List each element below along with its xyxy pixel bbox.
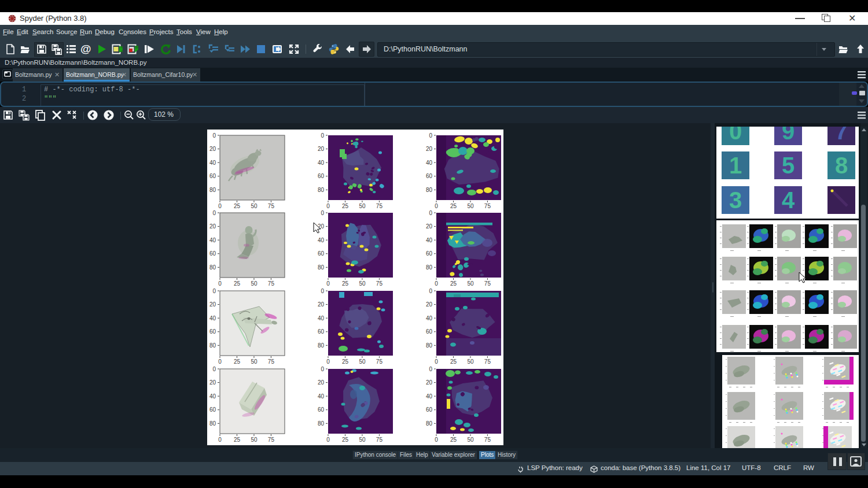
svg-text:7: 7 [835, 127, 848, 144]
svg-text:40: 40 [426, 393, 433, 400]
svg-text:60: 60 [318, 173, 325, 179]
svg-text:25: 25 [234, 358, 241, 365]
svg-text:40: 40 [209, 393, 216, 400]
svg-text:0: 0 [218, 437, 222, 443]
svg-text:0: 0 [435, 203, 438, 209]
svg-text:50: 50 [251, 437, 258, 443]
svg-text:80: 80 [318, 342, 325, 349]
svg-text:0: 0 [321, 132, 324, 139]
svg-text:0: 0 [212, 366, 216, 372]
svg-text:0: 0 [435, 358, 438, 365]
svg-text:75: 75 [268, 203, 275, 209]
svg-text:80: 80 [318, 187, 325, 193]
svg-text:60: 60 [318, 250, 325, 257]
svg-text:0: 0 [212, 288, 216, 294]
svg-text:3: 3 [729, 187, 742, 213]
svg-text:40: 40 [318, 393, 325, 400]
svg-text:75: 75 [376, 203, 383, 209]
svg-text:50: 50 [359, 203, 366, 209]
svg-text:20: 20 [426, 223, 433, 230]
svg-text:20: 20 [426, 146, 433, 152]
svg-text:50: 50 [251, 203, 258, 209]
svg-text:20: 20 [426, 301, 433, 308]
svg-text:50: 50 [359, 280, 366, 287]
svg-text:50: 50 [467, 437, 474, 443]
svg-text:40: 40 [426, 237, 433, 243]
svg-text:80: 80 [209, 420, 216, 427]
svg-text:60: 60 [426, 250, 433, 257]
svg-text:50: 50 [467, 203, 474, 209]
svg-text:50: 50 [251, 358, 258, 365]
svg-text:25: 25 [342, 358, 349, 365]
svg-text:0: 0 [321, 366, 324, 372]
svg-text:50: 50 [251, 280, 258, 287]
svg-text:0: 0 [321, 288, 324, 294]
svg-text:0: 0 [212, 132, 216, 139]
svg-text:20: 20 [209, 223, 216, 230]
svg-text:75: 75 [484, 203, 491, 209]
svg-text:25: 25 [450, 358, 457, 365]
svg-text:75: 75 [268, 280, 275, 287]
svg-text:80: 80 [318, 420, 325, 427]
svg-text:0: 0 [435, 280, 438, 287]
svg-text:0: 0 [429, 210, 432, 216]
svg-text:0: 0 [429, 366, 432, 372]
svg-text:75: 75 [484, 358, 491, 365]
svg-text:0: 0 [321, 210, 324, 216]
svg-text:60: 60 [426, 328, 433, 335]
svg-text:75: 75 [268, 358, 275, 365]
svg-text:80: 80 [426, 342, 433, 349]
svg-text:75: 75 [484, 280, 491, 287]
svg-text:75: 75 [268, 437, 275, 443]
svg-text:25: 25 [450, 280, 457, 287]
svg-text:20: 20 [318, 379, 325, 386]
svg-text:0: 0 [218, 280, 222, 287]
svg-text:20: 20 [209, 146, 216, 152]
svg-text:40: 40 [318, 315, 325, 321]
svg-text:0: 0 [326, 437, 330, 443]
svg-text:0: 0 [435, 437, 438, 443]
svg-text:40: 40 [318, 160, 325, 166]
svg-text:9: 9 [782, 127, 795, 144]
svg-text:60: 60 [318, 328, 325, 335]
svg-text:1: 1 [729, 153, 742, 178]
svg-text:80: 80 [426, 187, 433, 193]
svg-text:60: 60 [426, 173, 433, 179]
svg-text:80: 80 [209, 187, 216, 193]
svg-text:60: 60 [209, 250, 216, 257]
svg-text:20: 20 [318, 146, 325, 152]
svg-text:50: 50 [467, 280, 474, 287]
svg-text:25: 25 [342, 203, 349, 209]
svg-text:80: 80 [318, 264, 325, 271]
svg-text:0: 0 [429, 288, 432, 294]
svg-text:50: 50 [359, 358, 366, 365]
svg-text:0: 0 [212, 210, 216, 216]
svg-text:25: 25 [234, 203, 241, 209]
svg-text:25: 25 [342, 437, 349, 443]
svg-text:8: 8 [835, 153, 848, 178]
svg-text:60: 60 [209, 406, 216, 413]
svg-text:80: 80 [209, 264, 216, 271]
svg-text:20: 20 [209, 301, 216, 308]
svg-text:20: 20 [426, 379, 433, 386]
svg-text:60: 60 [209, 328, 216, 335]
svg-text:0: 0 [326, 203, 330, 209]
svg-text:25: 25 [342, 280, 349, 287]
svg-text:25: 25 [450, 437, 457, 443]
svg-text:60: 60 [426, 406, 433, 413]
svg-text:0: 0 [218, 203, 222, 209]
svg-text:40: 40 [209, 237, 216, 243]
svg-text:75: 75 [376, 280, 383, 287]
svg-text:0: 0 [326, 280, 330, 287]
svg-text:50: 50 [359, 437, 366, 443]
svg-text:4: 4 [782, 187, 795, 213]
svg-text:40: 40 [426, 315, 433, 321]
svg-text:75: 75 [376, 437, 383, 443]
svg-text:40: 40 [318, 237, 325, 243]
svg-text:40: 40 [209, 160, 216, 166]
svg-text:0: 0 [429, 132, 432, 139]
svg-text:0: 0 [729, 127, 742, 144]
svg-text:80: 80 [426, 420, 433, 427]
svg-text:5: 5 [782, 153, 795, 178]
svg-text:20: 20 [209, 379, 216, 386]
